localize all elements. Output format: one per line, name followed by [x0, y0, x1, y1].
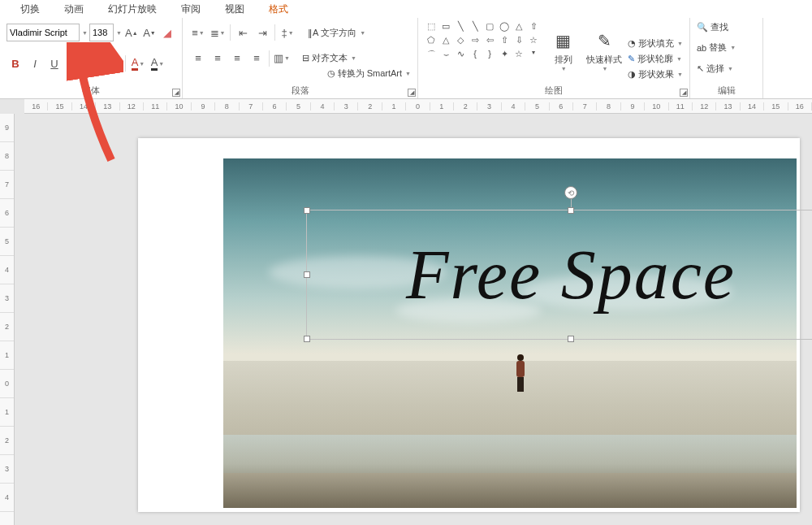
group-label-edit: 编辑 — [697, 83, 756, 97]
find-button[interactable]: 🔍查找 — [697, 21, 756, 33]
align-center-icon[interactable]: ≡ — [209, 50, 227, 67]
group-label-para: 段落 — [189, 83, 411, 97]
person-figure — [516, 354, 525, 392]
font-size-input[interactable] — [89, 24, 114, 41]
tab-review[interactable]: 审阅 — [169, 2, 213, 16]
smartart-button[interactable]: ◷ 转换为 SmartArt▼ — [327, 67, 411, 80]
chevron-down-icon[interactable]: ▼ — [116, 30, 122, 36]
highlight-button[interactable]: A▼ — [149, 54, 166, 72]
dialog-launcher-icon[interactable]: ◢ — [408, 89, 416, 97]
textbox-selected[interactable]: ⟲ Free Space — [306, 210, 812, 340]
align-left-icon[interactable]: ≡ — [189, 50, 207, 67]
dialog-launcher-icon[interactable]: ◢ — [172, 89, 180, 97]
font-color-button[interactable]: A▼ — [129, 54, 147, 72]
tab-slideshow[interactable]: 幻灯片放映 — [96, 2, 169, 16]
shape-effects-button[interactable]: ◑形状效果▼ — [628, 68, 683, 80]
tab-animation[interactable]: 动画 — [52, 2, 96, 16]
line-spacing-icon[interactable]: ‡▼ — [279, 24, 296, 41]
align-right-icon[interactable]: ≡ — [228, 50, 246, 67]
bold-button[interactable]: B — [6, 54, 24, 72]
fill-icon: ◔ — [628, 38, 636, 49]
font-name-input[interactable] — [6, 24, 80, 41]
cursor-icon: ↖ — [697, 63, 704, 74]
arrange-button[interactable]: ▦ 排列▼ — [546, 21, 581, 78]
ribbon-tabs: 切换 动画 幻灯片放映 审阅 视图 格式 — [0, 0, 812, 18]
decrease-font-icon[interactable]: A▼ — [141, 24, 158, 41]
group-drawing: ⬚▭╲╲▢◯△⇧ ⬠△◇⇨⇦⇧⇩☆ ⌒⌣∿{}✦☆▾ ▦ 排列▼ ✎ 快速样式▼… — [418, 18, 690, 98]
group-editing: 🔍查找 ab替换▼ ↖选择▼ 编辑 — [690, 18, 763, 98]
resize-handle[interactable] — [304, 336, 310, 342]
replace-button[interactable]: ab替换▼ — [697, 41, 756, 54]
char-spacing-button[interactable]: AV▼ — [84, 54, 102, 72]
search-icon: 🔍 — [697, 22, 708, 33]
group-label-draw: 绘图 — [418, 83, 689, 97]
indent-right-icon[interactable]: ⇥ — [253, 24, 271, 41]
outline-icon: ✎ — [628, 54, 635, 64]
group-font: ▼ ▼ A▲ A▼ ◢ B I U abc AV▼ Aa▼ A▼ A▼ 字体 ◢ — [0, 18, 183, 98]
resize-handle[interactable] — [568, 207, 574, 214]
text-direction-button[interactable]: ‖A 文字方向▼ — [308, 27, 365, 39]
numbering-icon[interactable]: ≣▼ — [209, 24, 227, 41]
horizontal-ruler: 1615141312111098765432101234567891011121… — [24, 99, 812, 114]
slide-canvas[interactable]: ⟲ Free Space — [24, 114, 812, 525]
shape-outline-button[interactable]: ✎形状轮廓▼ — [628, 53, 683, 65]
ribbon: ▼ ▼ A▲ A▼ ◢ B I U abc AV▼ Aa▼ A▼ A▼ 字体 ◢… — [0, 18, 812, 99]
clear-format-icon[interactable]: ◢ — [159, 24, 175, 41]
bullets-icon[interactable]: ≡▼ — [189, 24, 207, 41]
shape-fill-button[interactable]: ◔形状填充▼ — [628, 37, 683, 50]
select-button[interactable]: ↖选择▼ — [697, 63, 756, 75]
resize-handle[interactable] — [304, 271, 310, 278]
columns-icon[interactable]: ▥▼ — [273, 50, 291, 67]
resize-handle[interactable] — [304, 207, 310, 214]
change-case-button[interactable]: Aa▼ — [104, 54, 122, 72]
indent-left-icon[interactable]: ⇤ — [234, 24, 252, 41]
arrange-icon: ▦ — [551, 28, 577, 54]
replace-icon: ab — [697, 43, 706, 53]
tab-transitions[interactable]: 切换 — [8, 2, 52, 16]
chevron-down-icon[interactable]: ▼ — [82, 30, 88, 36]
align-text-button[interactable]: ⊟ 对齐文本▼ — [302, 52, 356, 64]
resize-handle[interactable] — [568, 336, 574, 342]
vertical-ruler: 98765432101234 — [0, 114, 15, 525]
group-paragraph: ≡▼ ≣▼ ⇤ ⇥ ‡▼ ‖A 文字方向▼ ≡ ≡ ≡ ≡ ▥▼ ⊟ 对齐文本▼… — [183, 18, 418, 98]
align-justify-icon[interactable]: ≡ — [248, 50, 266, 67]
work-area: 1615141312111098765432101234567891011121… — [0, 99, 812, 525]
slide[interactable]: ⟲ Free Space — [138, 138, 800, 512]
group-label-font: 字体 — [6, 83, 175, 97]
brush-icon: ✎ — [591, 28, 617, 54]
dialog-launcher-icon[interactable]: ◢ — [680, 89, 688, 97]
tab-format[interactable]: 格式 — [257, 2, 300, 16]
underline-button[interactable]: U — [45, 54, 63, 72]
italic-button[interactable]: I — [26, 54, 44, 72]
tab-view[interactable]: 视图 — [213, 2, 257, 16]
quick-style-button[interactable]: ✎ 快速样式▼ — [586, 21, 622, 78]
increase-font-icon[interactable]: A▲ — [123, 24, 140, 41]
textbox-content[interactable]: Free Space — [406, 234, 736, 315]
effects-icon: ◑ — [628, 69, 636, 80]
strike-button[interactable]: abc — [65, 54, 83, 72]
rotate-handle-icon[interactable]: ⟲ — [564, 186, 577, 199]
